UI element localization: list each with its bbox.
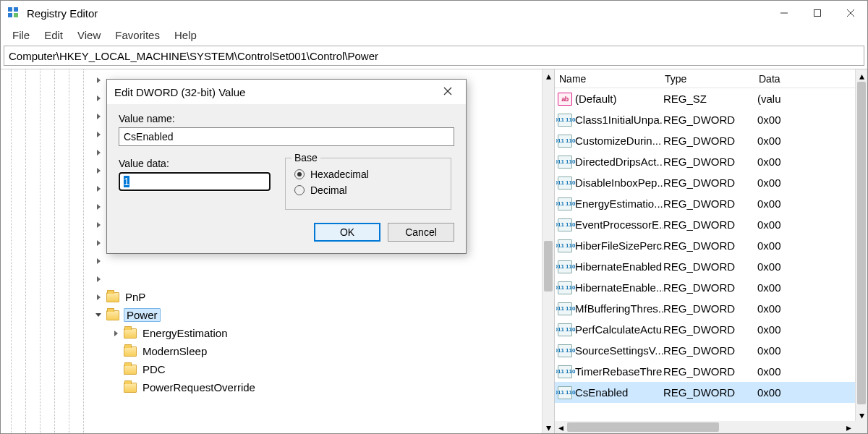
cell-data: 0x00 [757,323,867,336]
cell-name: 011 110HiberFileSizePerc... [556,239,663,252]
scroll-up-icon[interactable]: ▴ [856,69,867,82]
tree-item[interactable] [1,270,554,288]
list-row[interactable]: 011 110EnergyEstimatio...REG_DWORD0x00 [555,193,867,214]
close-icon[interactable] [437,85,459,98]
value-data-input[interactable] [119,172,271,191]
list-row[interactable]: 011 110CsEnabledREG_DWORD0x00 [555,382,867,403]
cell-name: 011 110HibernateEnabled [556,260,663,273]
scroll-up-icon[interactable]: ▴ [542,69,554,82]
cell-name: 011 110MfBufferingThres... [556,302,663,315]
cell-name: 011 110EnergyEstimatio... [556,197,663,210]
ok-button[interactable]: OK [314,223,380,242]
scroll-thumb[interactable] [567,422,719,432]
chevron-right-icon [93,129,103,140]
menu-help[interactable]: Help [169,27,203,43]
cell-name: 011 110CsEnabled [556,386,663,399]
list-row[interactable]: 011 110HibernateEnable...REG_DWORD0x00 [555,277,867,298]
tree-item-energy[interactable]: EnergyEstimation [1,324,554,342]
column-name[interactable]: Name [558,73,665,85]
tree-item-pnp[interactable]: PnP [1,288,554,306]
scroll-right-icon[interactable]: ▸ [843,421,855,433]
list-row[interactable]: 011 110TimerRebaseThre...REG_DWORD0x00 [555,361,867,382]
cell-name: 011 110SourceSettingsV... [556,344,663,357]
binary-value-icon: 011 110 [558,344,572,357]
radio-hexadecimal[interactable]: Hexadecimal [294,169,442,180]
list-vscrollbar[interactable]: ▴ ▾ [855,69,867,421]
chevron-right-icon [93,93,103,103]
value-name-input[interactable] [119,127,454,146]
menu-favorites[interactable]: Favorites [109,27,166,43]
chevron-right-icon [93,274,103,284]
cell-type: REG_DWORD [663,365,757,378]
list-row[interactable]: 011 110HiberFileSizePerc...REG_DWORD0x00 [555,235,867,256]
dialog-titlebar[interactable]: Edit DWORD (32-bit) Value [107,80,466,104]
tree-label: Power [124,308,161,322]
regedit-icon [7,6,21,20]
list-row[interactable]: 011 110SourceSettingsV...REG_DWORD0x00 [555,340,867,361]
scroll-left-icon[interactable]: ◂ [555,421,567,433]
tree-item-modernsleep[interactable]: ModernSleep [1,342,554,360]
string-value-icon: ab [558,93,572,106]
value-name-label: Value name: [119,113,454,124]
tree-item[interactable] [1,252,554,270]
cell-type: REG_DWORD [663,344,757,357]
tree-item-pdc[interactable]: PDC [1,360,554,378]
cell-data: 0x00 [757,281,867,294]
close-button[interactable] [834,1,867,25]
scroll-thumb[interactable] [857,82,866,404]
radio-decimal[interactable]: Decimal [294,184,442,196]
button-label: OK [340,226,354,238]
cell-type: REG_SZ [663,93,757,105]
scroll-corner [855,421,867,433]
base-legend: Base [292,152,320,163]
cell-data: 0x00 [757,260,867,273]
list-row[interactable]: ab(Default)REG_SZ(valu [555,88,867,109]
tree-scrollbar[interactable]: ▴ ▾ [542,69,554,433]
tree-item-power[interactable]: Power [1,306,554,324]
cell-type: REG_DWORD [663,323,757,336]
binary-value-icon: 011 110 [558,260,572,273]
binary-value-icon: 011 110 [558,197,572,210]
scroll-down-icon[interactable]: ▾ [542,421,554,433]
cell-type: REG_DWORD [663,302,757,315]
list-row[interactable]: 011 110DisableInboxPep...REG_DWORD0x00 [555,172,867,193]
cell-name: 011 110DisableInboxPep... [556,176,663,190]
values-pane: Name Type Data ab(Default)REG_SZ(valu011… [555,69,867,433]
cell-name: 011 110Class1InitialUnpa... [556,114,663,127]
cell-name: ab(Default) [556,93,663,106]
cell-type: REG_DWORD [663,386,757,399]
maximize-button[interactable] [801,1,834,25]
minimize-button[interactable] [767,1,801,25]
list-hscrollbar[interactable]: ◂ ▸ [555,421,855,433]
chevron-right-icon [93,75,103,85]
folder-icon [106,310,119,320]
binary-value-icon: 011 110 [558,365,572,378]
menu-edit[interactable]: Edit [38,27,69,43]
scroll-down-icon[interactable]: ▾ [856,409,867,421]
list-row[interactable]: 011 110PerfCalculateActu...REG_DWORD0x00 [555,319,867,340]
chevron-right-icon [93,111,103,122]
menu-bar: File Edit View Favorites Help [1,25,867,44]
cancel-button[interactable]: Cancel [388,223,454,242]
list-row[interactable]: 011 110CustomizeDurin...REG_DWORD0x00 [555,130,867,151]
list-row[interactable]: 011 110DirectedDripsAct...REG_DWORD0x00 [555,151,867,172]
column-type[interactable]: Type [665,73,759,85]
menu-view[interactable]: View [72,27,106,43]
tree-item-powerrequestoverride[interactable]: PowerRequestOverride [1,378,554,396]
tree-label: PowerRequestOverride [141,381,257,393]
list-row[interactable]: 011 110EventProcessorE...REG_DWORD0x00 [555,214,867,235]
cell-data: 0x00 [757,344,867,357]
cell-data: 0x00 [757,135,867,147]
chevron-right-icon [93,220,103,230]
base-fieldset: Base Hexadecimal Decimal [285,158,451,210]
column-data[interactable]: Data [759,73,867,85]
list-row[interactable]: 011 110MfBufferingThres...REG_DWORD0x00 [555,298,867,319]
cell-data: 0x00 [757,365,867,378]
list-row[interactable]: 011 110HibernateEnabledREG_DWORD0x00 [555,256,867,277]
list-row[interactable]: 011 110Class1InitialUnpa...REG_DWORD0x00 [555,109,867,130]
binary-value-icon: 011 110 [558,218,572,231]
radio-label: Decimal [310,184,347,196]
menu-file[interactable]: File [7,27,35,43]
address-bar[interactable]: Computer\HKEY_LOCAL_MACHINE\SYSTEM\Contr… [4,46,864,66]
scroll-thumb[interactable] [544,241,553,292]
